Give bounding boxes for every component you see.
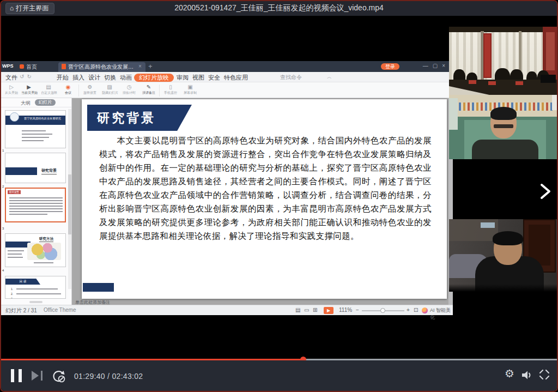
- thumb5-title-ribbon: 目 录: [5, 279, 40, 285]
- person-hair: [493, 231, 523, 245]
- ribbon-phone-remote: ▯手机遥控: [162, 83, 179, 98]
- micro-text: [22, 130, 46, 131]
- command-search-hint: 查找命令: [280, 74, 302, 81]
- micro-text: [22, 137, 49, 138]
- current-slide-canvas: 研究背景 本文主要以昆明晋宁区的高原特色农业为研究对象，结合国内外特色农产品的发…: [82, 99, 447, 299]
- phone-icon: ▯: [167, 83, 174, 91]
- play-outline-icon: ▷: [8, 83, 15, 91]
- hide-slide-icon: ▨: [106, 83, 113, 91]
- tab-close-icon: ×: [138, 63, 142, 69]
- menu-start: 开始: [57, 74, 69, 82]
- micro-text: [9, 214, 47, 215]
- micro-text: [34, 262, 53, 263]
- menu-design: 设计: [88, 74, 100, 82]
- meeting-icon: ◉: [64, 83, 72, 91]
- volume-icon[interactable]: [520, 369, 533, 384]
- wps-logo: WPS: [2, 63, 14, 69]
- micro-text: [9, 211, 63, 212]
- wps-login-badge: 登录: [381, 63, 399, 70]
- wps-workspace: 大纲 幻灯片 晋宁区高原特色农业发展研究 1: [1, 98, 453, 305]
- player-control-bar: 01:29:40 / 02:43:02 ⚙: [1, 360, 557, 391]
- laptop: [541, 75, 556, 83]
- slide-thumb-3-selected: 研究背景: [5, 188, 66, 222]
- thumb2-navy-block: [5, 167, 37, 175]
- notes-icon: ✎: [145, 83, 153, 91]
- wps-logo-icon: [20, 64, 24, 69]
- camera-feed-conference-room: [449, 27, 558, 95]
- red-folder: [469, 80, 476, 84]
- fullscreen-icon[interactable]: [538, 369, 550, 383]
- menu-security: 安全: [208, 74, 220, 82]
- ribbon-show-settings: ⚙放映设置: [82, 83, 98, 98]
- micro-text: [8, 250, 24, 251]
- thumb1-title: 晋宁区高原特色农业发展研究: [21, 117, 64, 120]
- zoom-level: 111%: [339, 307, 352, 313]
- slide-thumb-5: 目 录 1. 2. 3.: [5, 276, 66, 299]
- panel-splitter-handle: [29, 301, 43, 303]
- theme-name: Office Theme: [44, 307, 76, 313]
- slide-thumb-4: 研究方法: [5, 233, 66, 267]
- slide-number: 4: [2, 269, 4, 272]
- micro-text: [16, 298, 54, 299]
- ribbon-rehearse-timing: ◷排练计时: [121, 83, 137, 98]
- air-conditioner: [552, 95, 558, 110]
- person-hair: [490, 107, 517, 120]
- slide-thumbnail-panel: 大纲 幻灯片 晋宁区高原特色农业发展研究 1: [1, 98, 72, 305]
- list-number: 2.: [11, 292, 13, 295]
- slide-body-text: 本文主要以昆明晋宁区的高原特色农业为研究对象，结合国内外特色农产品的发展模式，将…: [99, 134, 432, 243]
- panel-header: 大纲 幻灯片: [1, 98, 71, 107]
- ribbon-hide-slide: ▨隐藏幻灯片: [101, 83, 118, 98]
- ceiling: [449, 27, 558, 32]
- wps-document-tab: 晋宁区高原特色农业发展研究.pptx: [58, 62, 145, 72]
- slide-footer-block: [83, 283, 114, 292]
- video-surface[interactable]: WPS 首页 晋宁区高原特色农业发展研究.pptx × + 登录 —▢× 文件 …: [1, 16, 558, 361]
- red-banner: [483, 33, 492, 78]
- menu-file: 文件: [5, 74, 17, 82]
- micro-text: [16, 293, 61, 294]
- next-video-button[interactable]: [32, 370, 44, 381]
- wps-tab-bar: WPS 首页 晋宁区高原特色农业发展研究.pptx × + 登录 —▢×: [1, 61, 453, 72]
- zoom-in-icon: +: [407, 307, 410, 313]
- thumb2-title: 研究背景: [41, 168, 57, 174]
- menu-animation: 动画: [120, 74, 132, 82]
- micro-text: [9, 206, 63, 207]
- zoom-slider: [362, 310, 404, 311]
- pause-button[interactable]: [11, 369, 22, 382]
- slide-number: 2: [2, 185, 4, 188]
- micro-text: [8, 257, 23, 258]
- settings-icon: ⚙: [86, 83, 94, 91]
- menu-insert: 插入: [72, 74, 84, 82]
- red-folder: [488, 81, 496, 85]
- micro-text: [22, 134, 52, 135]
- recorded-wps-window: WPS 首页 晋宁区高原特色农业发展研究.pptx × + 登录 —▢× 文件 …: [1, 61, 453, 315]
- menu-slideshow-active: 幻灯片放映: [134, 74, 174, 82]
- ribbon-meeting: ◉会议: [60, 83, 76, 98]
- micro-text: [9, 208, 63, 209]
- thumb4-map-image: [27, 243, 61, 260]
- micro-text: [16, 288, 58, 290]
- micro-text: [9, 203, 63, 204]
- slide-counter: 幻灯片 2 / 31: [5, 307, 37, 315]
- reading-view-icon: ⊞: [313, 307, 317, 313]
- video-player-window: ⌂打开主界面 20200521-091427_王佳丽_王佳丽发起的视频会议_vi…: [0, 0, 558, 392]
- next-participants-chevron-icon: [538, 182, 553, 201]
- camera-feed-man-glasses: [449, 95, 558, 159]
- wps-home-tab: 首页: [15, 63, 41, 72]
- ribbon-separator: [78, 85, 79, 97]
- start-slideshow-icon: ▶: [324, 307, 333, 314]
- slides-tab-active: 幻灯片: [35, 99, 56, 106]
- micro-text: [22, 140, 44, 141]
- menu-transition: 切换: [104, 74, 116, 82]
- video-file-title: 20200521-091427_王佳丽_王佳丽发起的视频会议_video.mp4: [1, 3, 557, 13]
- document-icon: [62, 64, 66, 69]
- ribbon-separator: [159, 85, 160, 97]
- slide-title-banner: 研究背景: [87, 105, 192, 131]
- window-controls: —▢×: [423, 63, 450, 69]
- window: [449, 98, 458, 130]
- ai-beautify-label: AI 智能美化: [430, 307, 453, 321]
- playback-loop-icon[interactable]: [51, 369, 66, 385]
- quick-access-icons: ↺↻: [20, 74, 34, 80]
- slide-sorter-icon: ▭: [304, 307, 309, 313]
- settings-gear-icon[interactable]: ⚙: [505, 367, 514, 380]
- micro-text: [8, 254, 22, 255]
